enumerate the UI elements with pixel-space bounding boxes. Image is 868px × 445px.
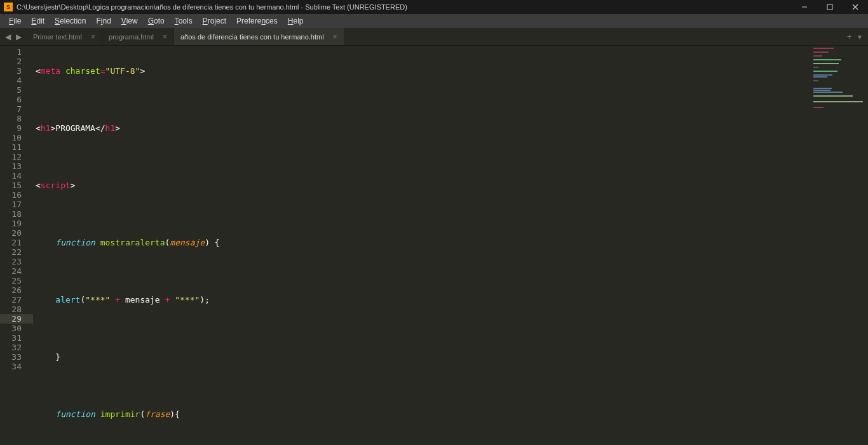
nav-back-icon[interactable]: ◀ <box>5 32 11 41</box>
tab-programa[interactable]: programa.html × <box>102 28 174 45</box>
minimap[interactable] <box>807 46 868 445</box>
menu-find[interactable]: Find <box>91 15 116 27</box>
close-icon[interactable]: × <box>163 32 167 41</box>
gutter[interactable]: 1234567891011121314151617181920212223242… <box>0 46 33 445</box>
menu-tools[interactable]: Tools <box>170 15 198 27</box>
title-bar: S C:\Users\jestr\Desktop\Logica programa… <box>0 0 868 14</box>
menu-edit[interactable]: Edit <box>26 15 50 27</box>
minimize-button[interactable] <box>792 0 817 14</box>
close-icon[interactable]: × <box>333 32 337 41</box>
minimap-content <box>813 48 864 109</box>
menu-bar: File Edit Selection Find View Goto Tools… <box>0 14 868 28</box>
tab-menu-icon[interactable]: ▾ <box>858 32 862 41</box>
tab-label: programa.html <box>109 33 154 41</box>
nav-forward-icon[interactable]: ▶ <box>16 32 22 41</box>
new-tab-icon[interactable]: + <box>847 32 851 41</box>
window-controls <box>792 0 868 14</box>
menu-preferences[interactable]: Preferences <box>231 15 283 27</box>
menu-file[interactable]: File <box>4 15 26 27</box>
code-area[interactable]: <meta charset="UTF-8"> <h1>PROGRAMA</h1>… <box>33 46 807 445</box>
menu-project[interactable]: Project <box>198 15 231 27</box>
menu-view[interactable]: View <box>116 15 143 27</box>
window-title: C:\Users\jestr\Desktop\Logica programaci… <box>17 3 792 11</box>
app-icon: S <box>4 3 13 11</box>
tab-bar: ◀ ▶ Primer text.html × programa.html × a… <box>0 28 868 46</box>
menu-goto[interactable]: Goto <box>143 15 170 27</box>
close-button[interactable] <box>843 0 868 14</box>
close-icon[interactable]: × <box>91 32 95 41</box>
tab-label: Primer text.html <box>33 33 82 41</box>
svg-rect-1 <box>827 4 832 10</box>
tab-label: años de diferencia tienes con tu hermano… <box>180 33 324 41</box>
menu-help[interactable]: Help <box>283 15 309 27</box>
tab-primer-text[interactable]: Primer text.html × <box>27 28 102 45</box>
maximize-button[interactable] <box>817 0 843 14</box>
menu-selection[interactable]: Selection <box>50 15 91 27</box>
tab-right-controls: + ▾ <box>841 28 868 45</box>
nav-arrows: ◀ ▶ <box>0 28 27 45</box>
editor-area: 1234567891011121314151617181920212223242… <box>0 46 868 445</box>
tab-anos-diferencia[interactable]: años de diferencia tienes con tu hermano… <box>174 28 344 45</box>
